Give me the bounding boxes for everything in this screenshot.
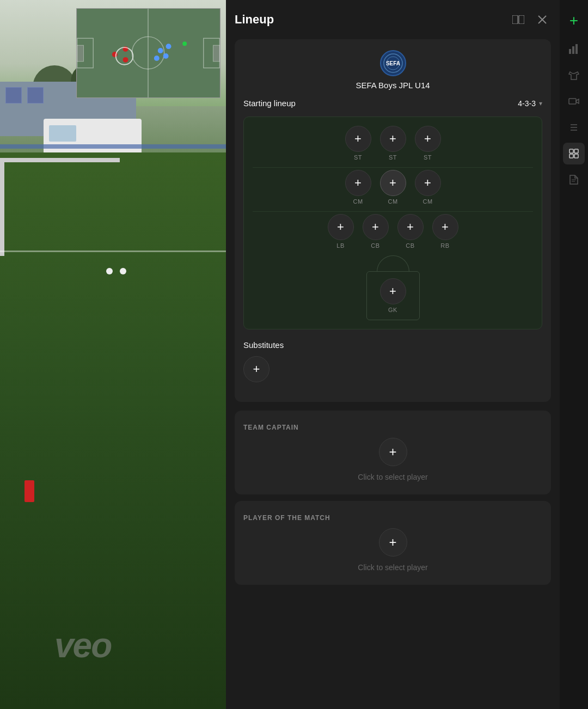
chevron-down-icon: ▾ [539,100,542,107]
team-captain-placeholder: Click to select player [358,473,427,481]
sidebar-video[interactable] [563,90,585,112]
position-cm-1: + CM [345,170,371,205]
player-of-match-card: PLAYER OF THE MATCH + Click to select pl… [235,501,551,585]
position-st-3: + ST [415,126,441,161]
defenders-row: + LB + CB + CB + RB [253,214,533,249]
cm-2-label: CM [388,198,397,205]
svg-point-9 [123,57,128,63]
position-st-2: + ST [380,126,406,161]
lineup-panel[interactable]: Lineup [226,0,560,709]
add-st-3-button[interactable]: + [415,126,441,152]
add-substitute-button[interactable]: + [243,356,270,382]
ball [106,268,113,274]
panel-header: Lineup [235,11,551,28]
shirt-icon [568,70,579,81]
svg-rect-32 [574,149,578,153]
svg-rect-16 [512,15,518,24]
add-st-2-button[interactable]: + [380,126,406,152]
svg-rect-31 [569,149,573,153]
team-header: SEFA SEFA Boys JPL U14 [243,50,542,90]
field-formation: + ST + ST + ST + [243,117,542,329]
rb-label: RB [440,242,449,249]
formation-selector[interactable]: 4-3-3 ▾ [518,99,542,108]
goalpost-left [0,158,4,256]
list-icon [568,122,579,133]
header-actions [510,11,551,28]
svg-rect-25 [575,44,578,54]
panel-title: Lineup [235,13,274,27]
lineup-controls: Starting lineup 4-3-3 ▾ [243,99,542,108]
add-cb-1-button[interactable]: + [363,214,389,240]
position-cb-1: + CB [363,214,389,249]
veo-watermark: veo [54,625,111,665]
ball-2 [120,268,126,274]
svg-rect-24 [572,46,574,54]
add-cm-3-button[interactable]: + [415,170,441,196]
select-captain-button[interactable]: + [379,438,407,466]
bar-chart-icon [568,44,579,54]
pitch-line [0,250,226,252]
sidebar-analytics[interactable] [563,38,585,60]
attackers-row: + ST + ST + ST [253,126,533,161]
select-potm-button[interactable]: + [379,528,407,557]
svg-point-10 [158,48,163,53]
add-cm-2-button[interactable]: + [380,170,406,196]
svg-rect-6 [213,45,220,62]
video-feed: veo [0,0,226,709]
video-icon [568,96,579,107]
svg-point-11 [163,53,169,59]
sidebar-lineup[interactable] [563,143,585,164]
gk-section: + GK [253,255,533,320]
svg-text:SEFA: SEFA [385,60,400,66]
document-icon [569,174,579,185]
window-2 [27,87,44,103]
svg-rect-34 [574,154,578,158]
add-button[interactable]: + [564,11,584,30]
formation-value: 4-3-3 [518,99,536,108]
goalpost-top [0,158,120,162]
svg-point-12 [154,56,160,61]
svg-rect-17 [519,15,524,24]
cb-2-label: CB [406,242,414,249]
add-cb-2-button[interactable]: + [397,214,424,240]
goal-box: + GK [366,271,420,320]
lb-label: LB [336,242,344,249]
close-button[interactable] [534,11,551,28]
gk-label: GK [388,307,397,313]
team-logo-svg: SEFA [383,53,403,73]
add-rb-button[interactable]: + [432,214,458,240]
team-captain-card: TEAM CAPTAIN + Click to select player [235,411,551,494]
minimap-field [77,9,220,97]
minimap-svg [77,9,220,97]
add-cm-1-button[interactable]: + [345,170,371,196]
minimap [76,8,220,98]
video-panel: veo [0,0,226,709]
position-lb: + LB [328,214,354,249]
layout-icon [512,15,524,24]
svg-point-14 [182,41,187,46]
sidebar: + [560,0,588,709]
add-lb-button[interactable]: + [328,214,354,240]
van-window [49,125,76,142]
window-1 [5,87,22,103]
team-logo: SEFA [380,50,406,76]
divider-1 [253,167,533,168]
svg-rect-33 [569,154,573,158]
sidebar-list[interactable] [563,117,585,138]
add-st-1-button[interactable]: + [345,126,371,152]
pitch [0,152,226,709]
grid-icon [568,148,579,159]
starting-lineup-label: Starting lineup [243,99,296,108]
position-cm-3: + CM [415,170,441,205]
st-3-label: ST [424,154,432,161]
sidebar-jersey[interactable] [563,64,585,86]
sidebar-document[interactable] [563,169,585,191]
add-gk-button[interactable]: + [380,278,406,304]
position-st-1: + ST [345,126,371,161]
layout-toggle-button[interactable] [510,11,527,28]
team-card: SEFA SEFA Boys JPL U14 Starting lineup 4… [235,39,551,402]
midfielders-row: + CM + CM + CM [253,170,533,205]
fence [0,144,226,149]
svg-rect-4 [77,45,84,62]
player-figure [24,480,34,502]
